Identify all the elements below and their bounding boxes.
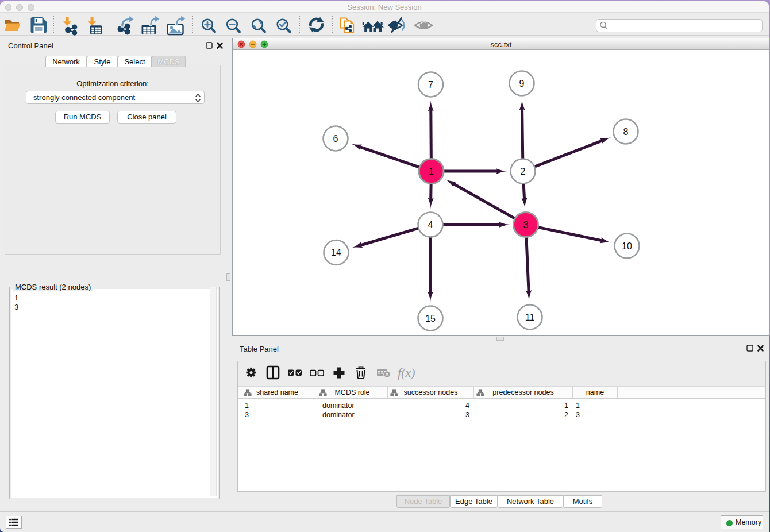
svg-text:f(x): f(x) [398,365,415,380]
svg-text:4: 4 [428,220,433,230]
svg-text:6: 6 [333,134,338,144]
svg-text:11: 11 [525,313,535,322]
svg-text:7: 7 [428,80,433,90]
svg-text:1: 1 [429,167,434,176]
svg-text:10: 10 [622,241,632,251]
svg-text:14: 14 [331,248,341,257]
svg-text:2: 2 [521,167,526,176]
svg-text:15: 15 [425,314,436,323]
svg-text:9: 9 [519,79,525,88]
svg-text:3: 3 [523,220,529,230]
svg-text:8: 8 [623,127,629,137]
